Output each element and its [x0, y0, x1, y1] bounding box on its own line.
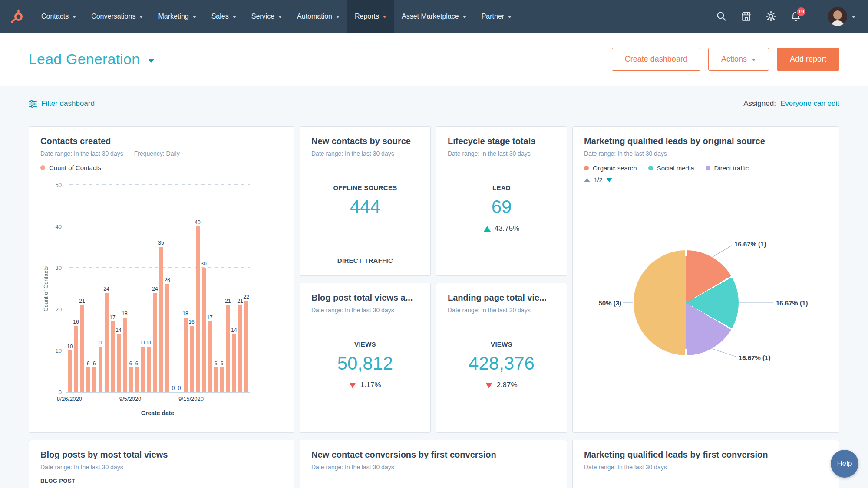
stat-value: 50,812 [311, 353, 419, 374]
add-report-button[interactable]: Add report [777, 48, 839, 71]
bar[interactable] [111, 321, 115, 392]
bar-value-label: 30 [201, 261, 206, 266]
nav-item-sales[interactable]: Sales [204, 0, 244, 33]
dashboard-selector[interactable]: Lead Generation [29, 51, 155, 68]
legend-item[interactable]: Direct traffic [706, 164, 749, 172]
bar[interactable] [190, 326, 194, 392]
bar-slot: 18 [182, 311, 188, 392]
bar[interactable] [123, 318, 127, 392]
bar-value-label: 0 [172, 386, 175, 391]
chevron-down-icon [851, 16, 856, 18]
bar[interactable] [232, 334, 236, 392]
bar[interactable] [208, 321, 212, 392]
bar[interactable] [214, 367, 218, 392]
bar[interactable] [129, 367, 133, 392]
bar[interactable] [68, 350, 72, 392]
bar[interactable] [184, 318, 188, 392]
legend-item[interactable]: Organic search [584, 164, 637, 172]
stat-label: VIEWS [311, 341, 419, 348]
nav-item-label: Partner [482, 13, 504, 20]
bar[interactable] [238, 305, 242, 392]
bar[interactable] [226, 305, 230, 392]
date-range: Date range: In the last 30 days [584, 150, 667, 157]
bar-value-label: 6 [135, 361, 139, 366]
bar[interactable] [159, 247, 163, 392]
legend-page-indicator: 1/2 [594, 177, 602, 183]
bar-slot: 11 [140, 340, 146, 392]
card-contacts-created: Contacts created Date range: In the last… [29, 126, 294, 433]
create-dashboard-button[interactable]: Create dashboard [612, 48, 700, 71]
bar-slot: 11 [146, 340, 152, 392]
card-meta: Date range: In the last 30 days [311, 464, 555, 471]
legend-dot [584, 166, 589, 170]
bar[interactable] [135, 367, 139, 392]
date-range: Date range: In the last 30 days [311, 150, 394, 157]
bar-value-label: 40 [195, 220, 200, 225]
bar[interactable] [244, 301, 248, 392]
card-title: Marketing qualified leads by original so… [584, 136, 828, 146]
nav-item-contacts[interactable]: Contacts [34, 0, 84, 33]
card-meta: Date range: In the last 30 days [40, 464, 283, 471]
bar[interactable] [105, 293, 109, 392]
x-axis-title: Create date [66, 409, 250, 416]
legend-item[interactable]: Social media [648, 164, 694, 172]
chevron-down-icon [139, 16, 143, 18]
bar-slot: 17 [207, 315, 213, 392]
card-lifecycle-stage-totals: Lifecycle stage totals Date range: In th… [436, 126, 567, 276]
legend-label: Count of Contacts [49, 164, 101, 171]
nav-item-reports[interactable]: Reports [347, 0, 394, 33]
card-title: New contact conversions by first convers… [311, 450, 555, 460]
nav-item-service[interactable]: Service [244, 0, 290, 33]
bar-value-label: 26 [164, 278, 170, 283]
filter-dashboard-link[interactable]: Filter dashboard [29, 99, 95, 108]
storefront-icon [740, 10, 752, 22]
bar-slot: 14 [231, 328, 237, 392]
bar[interactable] [141, 347, 145, 392]
search-button[interactable] [716, 10, 727, 22]
nav-item-automation[interactable]: Automation [290, 0, 347, 33]
stat-tile: OFFLINE SOURCES 444 [311, 184, 419, 217]
bar[interactable] [196, 226, 200, 392]
stat-tile: VIEWS 50,812 1.17% [311, 341, 419, 390]
account-menu[interactable] [828, 7, 856, 26]
bar-value-label: 6 [129, 361, 132, 366]
nav-item-conversations[interactable]: Conversations [84, 0, 151, 33]
hubspot-logo[interactable] [0, 0, 34, 33]
date-range: Date range: In the last 30 days [448, 307, 531, 314]
bar[interactable] [92, 367, 96, 392]
filter-sliders-icon [29, 100, 37, 108]
bar[interactable] [74, 326, 78, 392]
assigned-permission-link[interactable]: Everyone can edit [780, 99, 839, 108]
card-mql-by-original-source: Marketing qualified leads by original so… [572, 126, 839, 433]
legend-page-up-icon[interactable] [584, 178, 590, 182]
help-button[interactable]: Help [831, 450, 858, 478]
nav-item-asset-marketplace[interactable]: Asset Marketplace [394, 0, 474, 33]
date-range: Date range: In the last 30 days [448, 150, 531, 157]
settings-button[interactable] [765, 10, 777, 22]
bar[interactable] [165, 284, 169, 392]
notifications-button[interactable]: 19 [790, 10, 802, 22]
bar[interactable] [86, 367, 90, 392]
bar[interactable] [202, 268, 206, 392]
bar[interactable] [153, 293, 157, 392]
card-title: New contacts by source [311, 136, 419, 146]
bar[interactable] [99, 347, 102, 392]
card-new-contacts-by-source: New contacts by source Date range: In th… [300, 126, 431, 276]
bar-value-label: 22 [243, 295, 249, 300]
card-title: Blog posts by most total views [40, 450, 283, 460]
legend-page-down-icon[interactable] [606, 178, 612, 182]
bar[interactable] [220, 367, 224, 392]
y-tick-label: 40 [56, 223, 62, 230]
nav-item-marketing[interactable]: Marketing [151, 0, 204, 33]
card-title: Landing page total vie... [448, 293, 555, 303]
bar[interactable] [117, 334, 121, 392]
pie-chart[interactable] [634, 250, 739, 355]
chevron-down-icon [336, 16, 340, 18]
marketplace-button[interactable] [740, 10, 752, 22]
bar[interactable] [147, 347, 151, 392]
nav-item-partner[interactable]: Partner [474, 0, 519, 33]
actions-button[interactable]: Actions [708, 48, 769, 71]
bar[interactable] [80, 305, 84, 392]
card-title: Blog post total views a... [311, 293, 419, 303]
date-range: Date range: In the last 30 days [40, 150, 123, 157]
